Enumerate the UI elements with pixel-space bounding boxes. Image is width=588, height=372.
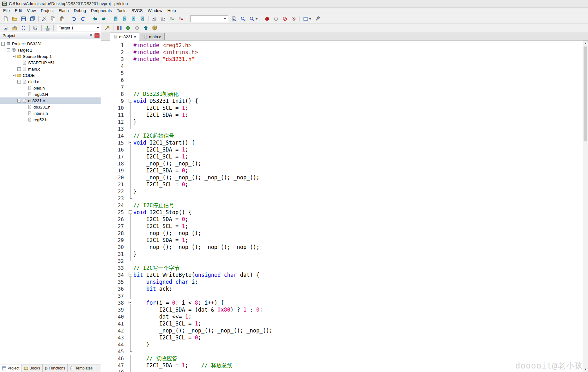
code-line[interactable]: 26 I2C1_SDA = 0;: [101, 216, 583, 223]
code-line[interactable]: 8// DS3231初始化: [101, 90, 583, 97]
code-line[interactable]: 17 I2C1_SCL = 1;: [101, 153, 583, 160]
code-line[interactable]: 11 I2C1_SDA = 1;: [101, 111, 583, 118]
code-line[interactable]: 39 I2C1_SDA = (dat & 0x80) ? 1 : 0;: [101, 306, 583, 313]
panel-tab-templates[interactable]: Templates: [68, 364, 95, 372]
new-file-icon[interactable]: [2, 15, 10, 22]
fold-collapse-icon[interactable]: [128, 271, 133, 278]
panel-tab-project[interactable]: Project: [0, 364, 22, 372]
code-line[interactable]: 3#include "ds3231.h": [101, 56, 583, 63]
code-line[interactable]: 45: [101, 348, 583, 355]
fold-collapse-icon[interactable]: [128, 97, 133, 104]
editor-scrollbar[interactable]: ▲ ▼: [583, 40, 588, 372]
code-line[interactable]: 29 I2C1_SDA = 1;: [101, 237, 583, 244]
bookmark-toggle-icon[interactable]: [112, 15, 120, 22]
tree-item-oled-c[interactable]: −oled.c: [0, 78, 101, 85]
tree-item-target-1[interactable]: −Target 1: [0, 47, 101, 53]
menu-flash[interactable]: Flash: [56, 8, 71, 14]
code-line[interactable]: 19 I2C1_SDA = 0;: [101, 167, 583, 174]
code-line[interactable]: 25void I2C1_Stop() {: [101, 209, 583, 216]
indent-icon[interactable]: [159, 15, 167, 22]
select-packs-icon[interactable]: [133, 24, 141, 32]
menu-window[interactable]: Window: [145, 8, 165, 14]
code-line[interactable]: 15void I2C1_Start() {: [101, 139, 583, 146]
search-combo[interactable]: [190, 16, 228, 22]
nav-forward-icon[interactable]: [100, 15, 108, 22]
scroll-track[interactable]: [583, 46, 588, 367]
tree-item-project-ds3231[interactable]: −Project: DS3231: [0, 40, 101, 47]
download-icon[interactable]: [43, 24, 52, 32]
collapse-icon[interactable]: −: [12, 55, 15, 58]
collapse-icon[interactable]: −: [12, 74, 15, 77]
code-line[interactable]: 18 _nop_(); _nop_();: [101, 160, 583, 167]
build-icon[interactable]: [10, 24, 19, 32]
incremental-find-icon[interactable]: [248, 15, 259, 22]
menu-help[interactable]: Help: [165, 8, 179, 14]
tree-item-reg52-h[interactable]: reg52.h: [0, 116, 101, 123]
open-file-icon[interactable]: [10, 15, 19, 22]
batch-build-icon[interactable]: [31, 24, 40, 32]
code-line[interactable]: 38 for(i = 0; i < 8; i++) {: [101, 299, 583, 306]
cut-icon[interactable]: [40, 15, 49, 22]
scroll-thumb[interactable]: [584, 46, 587, 141]
collapse-icon[interactable]: −: [17, 80, 21, 84]
manage-project-items-icon[interactable]: [115, 24, 124, 32]
code-line[interactable]: 7: [101, 84, 583, 90]
code-line[interactable]: 47 I2C1_SDA = 1; // 释放总线: [101, 362, 583, 369]
code-line[interactable]: 28 _nop_(); _nop_();: [101, 230, 583, 237]
target-select[interactable]: Target 1: [57, 25, 101, 31]
code-editor[interactable]: 1#include <reg52.h>2#include <intrins.h>…: [101, 40, 583, 372]
tree-item-source-group-1[interactable]: −Source Group 1: [0, 53, 101, 59]
unindent-icon[interactable]: [150, 15, 159, 22]
code-line[interactable]: 40 dat <<= 1;: [101, 313, 583, 320]
scroll-down-icon[interactable]: ▼: [583, 367, 588, 372]
pack-installer-icon[interactable]: [150, 24, 159, 32]
code-line[interactable]: 23: [101, 195, 583, 202]
breakpoint-enable-icon[interactable]: [272, 15, 280, 22]
code-line[interactable]: 12}: [101, 118, 583, 125]
code-line[interactable]: 24// I2C停止信号: [101, 202, 583, 209]
code-line[interactable]: 20 _nop_(); _nop_(); _nop_(); _nop_();: [101, 174, 583, 181]
close-icon[interactable]: ×: [94, 33, 100, 38]
breakpoint-toggle-icon[interactable]: [263, 15, 271, 22]
code-line[interactable]: 37: [101, 292, 583, 299]
code-line[interactable]: 14// I2C起始信号: [101, 132, 583, 139]
tree-item-main-c[interactable]: +main.c: [0, 66, 101, 72]
tree-item-oled-h[interactable]: oled.h: [0, 85, 101, 91]
undo-icon[interactable]: [70, 15, 78, 22]
rebuild-all-icon[interactable]: [19, 24, 28, 32]
pin-icon[interactable]: [88, 33, 94, 38]
debug-windows-icon[interactable]: [301, 15, 313, 22]
code-line[interactable]: 42 _nop_(); _nop_(); _nop_(); _nop_();: [101, 327, 583, 334]
bookmark-prev-icon[interactable]: [120, 15, 129, 22]
menu-peripherals[interactable]: Peripherals: [88, 8, 114, 14]
paste-icon[interactable]: [58, 15, 66, 22]
code-line[interactable]: 22}: [101, 188, 583, 195]
code-line[interactable]: 33// I2C写一个字节: [101, 264, 583, 271]
code-line[interactable]: 16 I2C1_SDA = 1;: [101, 146, 583, 153]
panel-tab-functions[interactable]: {}Functions: [43, 364, 68, 372]
find-icon[interactable]: [239, 15, 247, 22]
bookmark-clear-icon[interactable]: [138, 15, 147, 22]
code-line[interactable]: 21 I2C1_SCL = 0;: [101, 181, 583, 188]
code-line[interactable]: 41 I2C1_SCL = 1;: [101, 320, 583, 327]
dropdown-caret-icon[interactable]: [309, 18, 312, 20]
tree-item-ds3231-c[interactable]: −ds3231.c: [0, 97, 101, 104]
save-icon[interactable]: [19, 15, 28, 22]
find-in-files-icon[interactable]: [230, 15, 239, 22]
code-line[interactable]: 2#include <intrins.h>: [101, 49, 583, 56]
code-line[interactable]: 5: [101, 70, 583, 77]
comment-icon[interactable]: [168, 15, 176, 22]
expand-icon[interactable]: +: [17, 67, 21, 71]
code-line[interactable]: 9void DS3231_Init() {: [101, 97, 583, 104]
code-line[interactable]: 43 I2C1_SCL = 0;: [101, 334, 583, 341]
fold-collapse-icon[interactable]: [128, 299, 133, 306]
manage-rte-icon[interactable]: [124, 24, 132, 32]
nav-back-icon[interactable]: [91, 15, 99, 22]
tree-item-reg52-h[interactable]: reg52.H: [0, 91, 101, 97]
code-line[interactable]: 1#include <reg52.h>: [101, 42, 583, 49]
tab-ds3231-c[interactable]: ds3231.c: [110, 33, 139, 40]
tree-item-ds3231-h[interactable]: ds3231.h: [0, 104, 101, 110]
configure-icon[interactable]: [313, 15, 322, 22]
scroll-up-icon[interactable]: ▲: [583, 40, 588, 46]
bookmark-next-icon[interactable]: [129, 15, 138, 22]
